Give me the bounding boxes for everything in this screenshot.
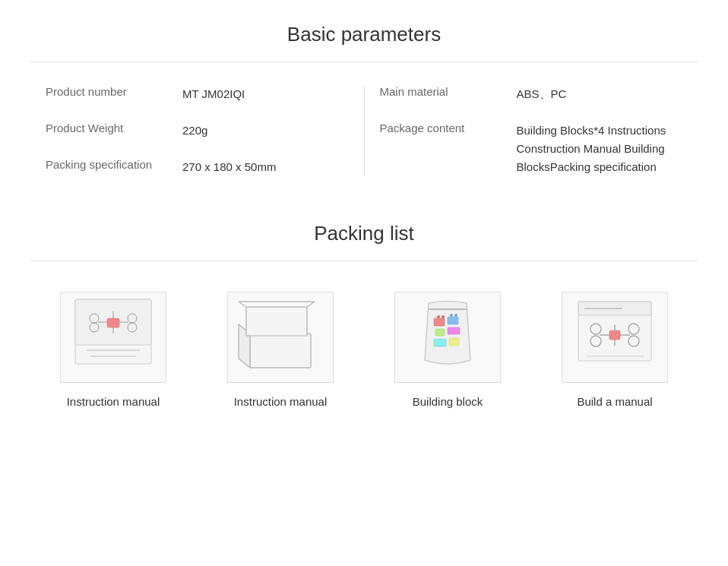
svg-point-25 [437, 315, 440, 318]
packing-items-container: Instruction manual [0, 261, 728, 438]
param-label-main-material: Main material [380, 85, 502, 98]
svg-rect-8 [107, 318, 119, 327]
svg-rect-20 [448, 317, 458, 324]
svg-rect-21 [435, 329, 445, 336]
param-row-main-material: Main material ABS、PC [380, 85, 683, 103]
svg-rect-24 [449, 338, 459, 346]
packing-label-2: Instruction manual [234, 395, 328, 408]
params-left-col: Product number MT JM02IQI Product Weight… [46, 85, 349, 176]
svg-rect-22 [448, 327, 460, 334]
svg-rect-19 [434, 318, 445, 326]
svg-line-15 [307, 302, 315, 307]
param-label-product-number: Product number [46, 85, 167, 98]
packing-item-2: Instruction manual [220, 292, 341, 408]
svg-rect-23 [434, 339, 446, 346]
params-right-col: Main material ABS、PC Package content Bui… [380, 85, 683, 176]
svg-point-27 [450, 314, 453, 317]
packing-label-4: Build a manual [577, 395, 652, 408]
packing-label-1: Instruction manual [67, 395, 160, 408]
packing-label-3: Building block [413, 395, 483, 408]
param-row-product-number: Product number MT JM02IQI [46, 85, 349, 103]
packing-image-3 [394, 292, 501, 383]
svg-point-26 [442, 315, 445, 318]
param-value-product-number: MT JM02IQI [182, 85, 245, 103]
param-row-product-weight: Product Weight 220g [46, 122, 349, 140]
packing-image-4 [562, 292, 668, 383]
packing-list-section: Packing list [0, 207, 728, 438]
basic-params-title: Basic parameters [0, 0, 728, 62]
svg-line-14 [239, 302, 246, 307]
param-label-product-weight: Product Weight [46, 122, 167, 134]
svg-rect-11 [250, 334, 311, 368]
param-value-product-weight: 220g [182, 122, 207, 140]
params-col-divider [364, 85, 365, 176]
params-container: Product number MT JM02IQI Product Weight… [0, 62, 728, 199]
packing-image-1 [60, 292, 166, 383]
param-row-package-content: Package content Building Blocks*4 Instru… [380, 122, 683, 176]
param-value-main-material: ABS、PC [517, 85, 567, 103]
param-row-packing-spec: Packing specification 270 x 180 x 50mm [46, 158, 349, 176]
param-label-package-content: Package content [380, 122, 502, 134]
svg-rect-38 [609, 330, 620, 340]
param-value-packing-spec: 270 x 180 x 50mm [182, 158, 276, 176]
svg-rect-13 [246, 307, 307, 336]
packing-list-title: Packing list [0, 207, 728, 261]
param-label-packing-spec: Packing specification [46, 158, 167, 171]
svg-point-28 [454, 314, 457, 317]
packing-item-3: Building block [387, 292, 508, 408]
basic-params-section: Basic parameters Product number MT JM02I… [0, 0, 728, 199]
packing-item-1: Instruction manual [52, 292, 174, 408]
packing-image-2 [227, 292, 334, 383]
packing-item-4: Build a manual [554, 292, 676, 408]
param-value-package-content: Building Blocks*4 Instructions Construct… [517, 122, 683, 176]
